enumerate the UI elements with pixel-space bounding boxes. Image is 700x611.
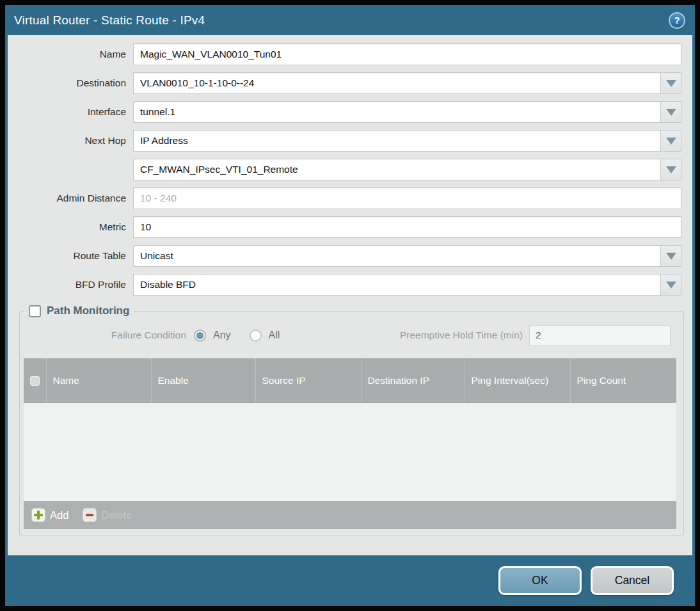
failure-condition-any-label: Any [213, 329, 231, 341]
select-all-header-cell [24, 358, 46, 403]
form-row-route-table: Route Table [8, 245, 681, 267]
bfd-profile-input[interactable] [133, 274, 660, 296]
next-hop-type-input[interactable] [133, 130, 660, 152]
destination-label: Destination [8, 77, 133, 89]
form-row-name: Name [8, 44, 681, 65]
table-header-row: Name Enable Source IP Destination IP Pin… [24, 358, 676, 403]
column-header-enable[interactable]: Enable [151, 358, 255, 403]
path-monitoring-section: Path Monitoring Failure Condition Any Al… [19, 305, 684, 536]
minus-icon [83, 508, 97, 522]
column-header-name[interactable]: Name [46, 358, 151, 403]
form-row-metric: Metric [8, 216, 681, 238]
help-icon[interactable]: ? [669, 12, 685, 29]
form-row-interface: Interface [8, 101, 681, 123]
interface-input[interactable] [133, 101, 660, 123]
name-input[interactable] [133, 44, 681, 65]
failure-condition-all-radio[interactable] [250, 329, 262, 342]
dialog-footer: OK Cancel [5, 555, 695, 606]
delete-button[interactable]: Delete [83, 508, 132, 522]
interface-dropdown-button[interactable] [660, 101, 681, 123]
empty-table-body [24, 403, 676, 501]
path-monitoring-checkbox[interactable] [29, 305, 41, 317]
chevron-down-icon [666, 80, 676, 87]
path-monitoring-caption: Path Monitoring [47, 305, 129, 317]
failure-condition-any-radio[interactable] [194, 329, 206, 342]
form-row-destination: Destination [8, 72, 681, 94]
chevron-down-icon [666, 166, 676, 173]
metric-label: Metric [8, 221, 133, 233]
column-header-ping-count[interactable]: Ping Count [570, 358, 676, 403]
ok-button[interactable]: OK [498, 566, 582, 595]
column-header-ping-interval[interactable]: Ping Interval(sec) [465, 358, 570, 403]
form-row-next-hop-address [8, 159, 681, 180]
preemptive-hold-time-input[interactable] [529, 325, 671, 346]
bfd-profile-label: BFD Profile [8, 279, 133, 290]
column-header-destination-ip[interactable]: Destination IP [361, 358, 465, 403]
form-row-next-hop: Next Hop [8, 130, 681, 152]
metric-input[interactable] [133, 216, 681, 238]
form-row-bfd-profile: BFD Profile [8, 274, 681, 296]
form-row-admin-distance: Admin Distance [8, 187, 681, 209]
chevron-down-icon [666, 109, 676, 116]
failure-condition-label: Failure Condition [20, 329, 194, 341]
destination-input[interactable] [133, 72, 660, 94]
column-header-source-ip[interactable]: Source IP [255, 358, 361, 403]
next-hop-dropdown-button[interactable] [660, 130, 681, 152]
add-button-label: Add [50, 509, 68, 521]
path-monitoring-legend: Path Monitoring [24, 305, 134, 317]
failure-condition-row: Failure Condition Any All Preemptive Hol… [20, 324, 671, 347]
next-hop-address-input[interactable] [133, 159, 660, 180]
next-hop-label: Next Hop [8, 135, 133, 147]
plus-icon [31, 508, 45, 522]
name-label: Name [8, 49, 133, 60]
path-monitoring-table: Name Enable Source IP Destination IP Pin… [24, 358, 676, 529]
admin-distance-label: Admin Distance [8, 193, 133, 204]
next-hop-address-dropdown-button[interactable] [660, 159, 681, 180]
failure-condition-all-label: All [269, 329, 280, 341]
delete-button-label: Delete [101, 509, 132, 521]
dialog-title: Virtual Router - Static Route - IPv4 [14, 13, 205, 28]
route-table-dropdown-button[interactable] [660, 245, 681, 267]
destination-dropdown-button[interactable] [660, 72, 681, 94]
preemptive-hold-time-label: Preemptive Hold Time (min) [400, 329, 529, 341]
cancel-button[interactable]: Cancel [591, 566, 674, 595]
select-all-checkbox[interactable] [30, 376, 40, 386]
route-table-input[interactable] [133, 245, 660, 267]
dialog-content: Name Destination Interface [8, 35, 692, 555]
chevron-down-icon [666, 282, 676, 289]
interface-label: Interface [8, 106, 133, 118]
chevron-down-icon [666, 138, 676, 145]
static-route-dialog: Virtual Router - Static Route - IPv4 ? N… [5, 5, 695, 606]
chevron-down-icon [666, 253, 676, 260]
title-bar: Virtual Router - Static Route - IPv4 ? [5, 5, 695, 35]
admin-distance-input[interactable] [133, 187, 681, 209]
table-action-bar: Add Delete [24, 501, 676, 529]
bfd-profile-dropdown-button[interactable] [660, 274, 681, 296]
route-table-label: Route Table [8, 250, 133, 262]
add-button[interactable]: Add [31, 508, 68, 522]
